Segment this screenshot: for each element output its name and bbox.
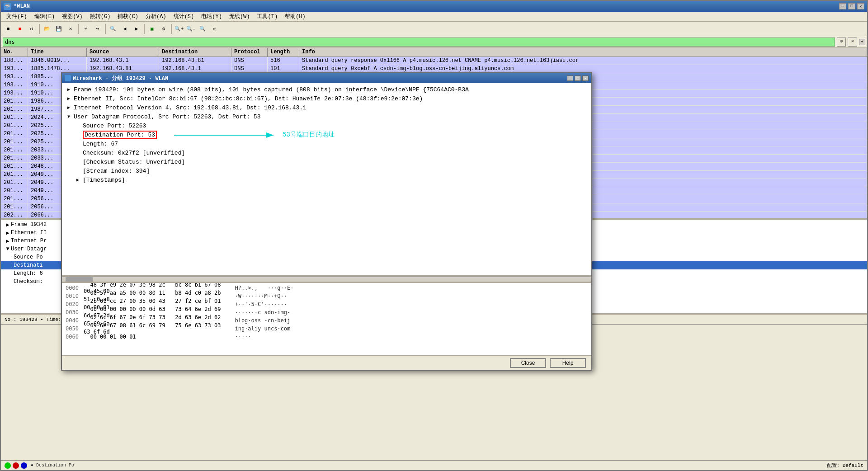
minimize-button[interactable]: — <box>839 3 846 9</box>
col-time[interactable]: Time <box>28 48 87 57</box>
modal-content: ▶ Frame 193429: 101 bytes on wire (808 b… <box>62 83 591 355</box>
col-length[interactable]: Length <box>268 48 299 57</box>
modal-maximize[interactable]: □ <box>575 75 581 81</box>
toolbar-prefs[interactable]: ⚙ <box>158 24 169 34</box>
toolbar-zoom-in[interactable]: 🔍+ <box>174 24 184 34</box>
menu-edit[interactable]: 编辑(E) <box>31 12 59 21</box>
tree-row-length[interactable]: Length: 67 <box>66 139 588 148</box>
filter-input[interactable] <box>3 38 835 47</box>
menu-help[interactable]: 帮助(H) <box>281 12 309 21</box>
toolbar-sep1 <box>39 24 40 34</box>
cell-src: 192.168.43.1 <box>87 57 159 65</box>
hex-ascii: H?..>., ···g··E· <box>228 285 294 291</box>
toolbar-stop[interactable]: ■ <box>14 24 25 34</box>
hex-offset: 0000 <box>66 285 84 291</box>
hscroll-thumb[interactable] <box>66 277 93 282</box>
toolbar-undo[interactable]: ↩ <box>80 24 91 34</box>
toolbar-restart[interactable]: ↺ <box>26 24 37 34</box>
filter-close-btn[interactable]: ✕ <box>848 38 857 47</box>
cell-no: 188... <box>1 57 28 65</box>
col-info[interactable]: Info <box>299 48 867 57</box>
modal-title: Wireshark · 分组 193429 · WLAN <box>73 75 567 82</box>
tree-text: Length: 67 <box>83 141 118 147</box>
expand-icon: ▶ <box>5 230 11 236</box>
cell-dst: 192.168.43.81 <box>159 57 231 65</box>
title-bar: 🦈 *WLAN — □ ✕ <box>1 1 867 12</box>
toolbar-zoom-out[interactable]: 🔍- <box>185 24 196 34</box>
expand-icon: ▶ <box>67 105 73 110</box>
tree-text: User Datagram Protocol, Src Port: 52263,… <box>74 113 260 120</box>
tree-row-src-port[interactable]: Source Port: 52263 <box>66 121 588 130</box>
modal-help-button[interactable]: Help <box>550 358 586 368</box>
hex-offset: 0010 <box>66 293 84 299</box>
toolbar-zoom-normal[interactable]: 🔍 <box>197 24 208 34</box>
tree-text: Ethernet II, Src: IntelCor_8c:b1:67 (98:… <box>74 95 423 102</box>
toolbar-save[interactable]: 💾 <box>53 24 64 34</box>
toolbar-sep4 <box>144 24 145 34</box>
tree-text: Frame 193429: 101 bytes on wire (808 bit… <box>74 86 469 93</box>
menu-wireless[interactable]: 无线(W) <box>226 12 254 21</box>
col-protocol[interactable]: Protocol <box>231 48 268 57</box>
toolbar-open[interactable]: 📂 <box>42 24 52 34</box>
tree-row-timestamps[interactable]: ▶ [Timestamps] <box>66 175 588 184</box>
detail-text: Length: 6 <box>14 270 43 277</box>
col-no[interactable]: No. <box>1 48 28 57</box>
tree-text: Source Port: 52263 <box>83 122 146 129</box>
hex-ascii: ····· <box>228 334 251 340</box>
menu-telephone[interactable]: 电话(Y) <box>198 12 226 21</box>
toolbar-close[interactable]: ✕ <box>65 24 76 34</box>
tree-text: Checksum: 0x27f2 [unverified] <box>83 150 185 156</box>
hex-ascii: +··'·5·C'······· <box>228 301 287 307</box>
toolbar-forward[interactable]: ▶ <box>131 24 142 34</box>
modal-icon <box>65 75 71 81</box>
menu-bar: 文件(F) 编辑(E) 视图(V) 跳转(G) 捕获(C) 分析(A) 统计(S… <box>1 12 867 22</box>
menu-goto[interactable]: 跳转(G) <box>86 12 114 21</box>
hex-row: 0060 00 00 01 00 01 ····· <box>66 333 588 341</box>
tree-row-stream[interactable]: [Stream index: 394] <box>66 166 588 175</box>
toolbar-resize[interactable]: ⇔ <box>209 24 220 34</box>
tree-row-dst-port[interactable]: Destination Port: 53 53号端口目的地址 <box>66 130 588 139</box>
modal-dialog: Wireshark · 分组 193429 · WLAN — □ ✕ ▶ Fra… <box>61 72 592 371</box>
hex-offset: 0060 <box>66 334 84 340</box>
filter-expand-btn[interactable]: ⊕ <box>837 38 846 47</box>
col-source[interactable]: Source <box>87 48 159 57</box>
tree-row-checksum-status[interactable]: [Checksum Status: Unverified] <box>66 157 588 166</box>
table-row[interactable]: 188... 1846.0019... 192.168.43.1 192.168… <box>1 57 867 65</box>
tree-row-ip[interactable]: ▶ Internet Protocol Version 4, Src: 192.… <box>66 103 588 112</box>
status-light-green <box>5 462 11 469</box>
menu-view[interactable]: 视图(V) <box>58 12 86 21</box>
toolbar-color[interactable]: ▣ <box>146 24 157 34</box>
close-button[interactable]: ✕ <box>857 3 864 9</box>
modal-minimize[interactable]: — <box>567 75 573 81</box>
menu-capture[interactable]: 捕获(C) <box>114 12 142 21</box>
toolbar-redo[interactable]: ↪ <box>92 24 103 34</box>
menu-file[interactable]: 文件(F) <box>3 12 31 21</box>
menu-tools[interactable]: 工具(T) <box>253 12 281 21</box>
maximize-button[interactable]: □ <box>848 3 855 9</box>
tree-row-ethernet[interactable]: ▶ Ethernet II, Src: IntelCor_8c:b1:67 (9… <box>66 94 588 103</box>
tree-hscrollbar[interactable] <box>62 277 591 283</box>
cell-len: 516 <box>268 57 299 65</box>
toolbar-sep5 <box>171 24 172 34</box>
toolbar-find[interactable]: 🔍 <box>108 24 118 34</box>
arrow-label: 53号端口目的地址 <box>283 131 335 139</box>
toolbar-start[interactable]: ■ <box>3 24 14 34</box>
filter-arrow-btn[interactable]: + <box>859 39 865 45</box>
dest-port-highlight: Destination Port: 53 <box>83 131 157 139</box>
detail-text: User Datagr <box>11 246 47 252</box>
modal-close[interactable]: ✕ <box>582 75 589 81</box>
hex-ascii: ·······c sdn-img- <box>228 309 290 316</box>
col-destination[interactable]: Destination <box>159 48 231 57</box>
detail-text: Checksum: <box>14 278 43 285</box>
modal-close-button[interactable]: Close <box>510 358 546 368</box>
toolbar-back[interactable]: ◀ <box>119 24 130 34</box>
hex-bytes: 00 00 01 00 01 <box>84 334 228 340</box>
menu-statistics[interactable]: 统计(S) <box>170 12 198 21</box>
cell-proto: DNS <box>231 57 268 65</box>
tree-row-checksum[interactable]: Checksum: 0x27f2 [unverified] <box>66 148 588 157</box>
menu-analyze[interactable]: 分析(A) <box>142 12 170 21</box>
toolbar-sep2 <box>78 24 79 34</box>
tree-row-udp[interactable]: ▼ User Datagram Protocol, Src Port: 5226… <box>66 112 588 121</box>
detail-text: Frame 19342 <box>11 221 47 228</box>
tree-row-frame[interactable]: ▶ Frame 193429: 101 bytes on wire (808 b… <box>66 85 588 94</box>
